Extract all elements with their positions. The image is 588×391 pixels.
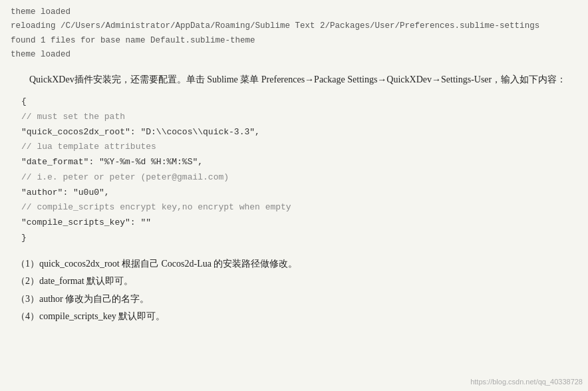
open-brace: { <box>21 94 577 110</box>
code-kv-1: "quick_cocos2dx_root": "D:\\cocos\\quick… <box>21 125 577 140</box>
close-brace: } <box>21 231 577 246</box>
log-section: theme loaded reloading /C/Users/Administ… <box>11 5 577 62</box>
note-item-3: （3）author 修改为自己的名字。 <box>16 291 577 309</box>
watermark: https://blog.csdn.net/qq_40338728 <box>470 378 583 386</box>
notes-list: （1）quick_cocos2dx_root 根据自己 Cocos2d-Lua … <box>11 255 577 326</box>
description-text: QuickXDev插件安装完，还需要配置。单击 Sublime 菜单 Prefe… <box>11 71 577 88</box>
note-item-4: （4）compile_scripts_key 默认即可。 <box>16 308 577 326</box>
code-comment-4: // compile_scripts encrypt key,no encryp… <box>21 200 577 215</box>
code-comment-1: // must set the path <box>21 110 577 125</box>
code-block: { // must set the path "quick_cocos2dx_r… <box>21 94 577 246</box>
code-kv-2: "date_format": "%Y-%m-%d %H:%M:%S", <box>21 155 577 170</box>
code-comment-3: // i.e. peter or peter (peter@gmail.com) <box>21 170 577 186</box>
code-kv-4: "compile_scripts_key": "" <box>21 215 577 231</box>
note-item-1: （1）quick_cocos2dx_root 根据自己 Cocos2d-Lua … <box>16 255 577 273</box>
log-line-4: theme loaded <box>11 48 577 62</box>
log-line-1: theme loaded <box>11 5 577 19</box>
code-kv-3: "author": "u0u0", <box>21 186 577 201</box>
log-line-3: found 1 files for base name Default.subl… <box>11 34 577 48</box>
log-line-2: reloading /C/Users/Administrator/AppData… <box>11 19 577 33</box>
code-comment-2: // lua template attributes <box>21 140 577 155</box>
note-item-2: （2）date_format 默认即可。 <box>16 273 577 291</box>
